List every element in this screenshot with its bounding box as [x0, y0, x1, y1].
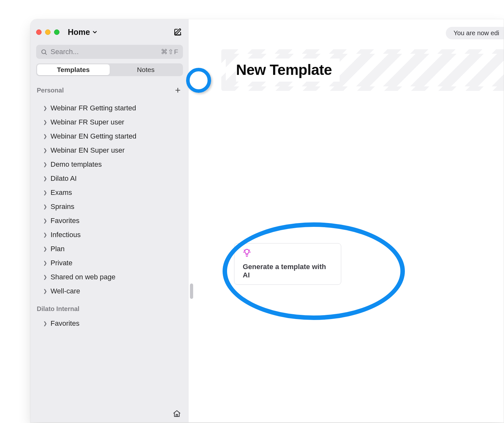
- sidebar-item-private[interactable]: ❯Private: [36, 256, 183, 270]
- sidebar-item-shared-on-web-page[interactable]: ❯Shared on web page: [36, 270, 183, 284]
- chevron-right-icon: ❯: [43, 218, 47, 224]
- window-controls: [36, 29, 59, 35]
- sidebar: Home Search... ⌘⇧F Templates: [30, 19, 189, 422]
- sidebar-item-label: Exams: [51, 188, 72, 197]
- chevron-right-icon: ❯: [43, 260, 47, 266]
- sidebar-item-label: Webinar EN Super user: [51, 146, 125, 155]
- sidebar-item-label: Demo templates: [51, 160, 102, 169]
- search-placeholder: Search...: [51, 48, 79, 56]
- add-template-button[interactable]: [173, 86, 182, 95]
- status-banner-text: You are now edi: [453, 29, 499, 36]
- chevron-right-icon: ❯: [43, 321, 47, 326]
- sidebar-item-exams[interactable]: ❯Exams: [36, 186, 183, 200]
- sidebar-item-label: Plan: [51, 245, 65, 253]
- sidebar-item-dilato-ai[interactable]: ❯Dilato AI: [36, 172, 183, 186]
- chevron-right-icon: ❯: [43, 190, 47, 196]
- svg-line-8: [249, 250, 250, 251]
- section-header-internal: Dilato Internal: [36, 305, 183, 313]
- chevron-right-icon: ❯: [43, 162, 47, 167]
- sidebar-item-label: Private: [51, 259, 72, 267]
- sidebar-item-webinar-en-getting-started[interactable]: ❯Webinar EN Getting started: [36, 129, 183, 143]
- chevron-right-icon: ❯: [43, 148, 47, 153]
- search-input[interactable]: Search... ⌘⇧F: [36, 45, 183, 59]
- ai-card-label: Generate a template with AI: [243, 263, 333, 279]
- close-window-button[interactable]: [36, 29, 42, 35]
- workspace-title: Home: [68, 28, 90, 37]
- chevron-down-icon: [92, 29, 98, 35]
- chevron-right-icon: ❯: [43, 232, 47, 238]
- sidebar-item-demo-templates[interactable]: ❯Demo templates: [36, 157, 183, 172]
- section-header-internal-label: Dilato Internal: [37, 305, 79, 313]
- sidebar-item-plan[interactable]: ❯Plan: [36, 242, 183, 256]
- sidebar-item-label: Webinar FR Super user: [51, 118, 124, 126]
- sidebar-item-label: Shared on web page: [51, 273, 115, 281]
- app-window: Home Search... ⌘⇧F Templates: [30, 19, 504, 422]
- scrollbar-thumb[interactable]: [190, 283, 193, 299]
- sidebar-item-favorites[interactable]: ❯Favorites: [36, 214, 183, 228]
- sidebar-item-label: Dilato AI: [51, 174, 77, 183]
- sidebar-item-label: Well-care: [51, 287, 80, 295]
- chevron-right-icon: ❯: [43, 105, 47, 111]
- tab-templates-label: Templates: [57, 66, 90, 74]
- sidebar-item-webinar-fr-super-user[interactable]: ❯Webinar FR Super user: [36, 115, 183, 129]
- chevron-right-icon: ❯: [43, 204, 47, 210]
- generate-with-ai-card[interactable]: Generate a template with AI: [234, 243, 341, 285]
- sidebar-item-webinar-fr-getting-started[interactable]: ❯Webinar FR Getting started: [36, 101, 183, 115]
- sidebar-item-infectious[interactable]: ❯Infectious: [36, 228, 183, 242]
- compose-button[interactable]: [173, 27, 183, 37]
- chevron-right-icon: ❯: [43, 119, 47, 125]
- home-button[interactable]: [171, 408, 182, 419]
- sidebar-item-label: Favorites: [51, 217, 79, 225]
- chevron-right-icon: ❯: [43, 274, 47, 280]
- personal-tree: ❯Webinar FR Getting started ❯Webinar FR …: [36, 101, 183, 298]
- chevron-right-icon: ❯: [43, 176, 47, 181]
- tab-templates[interactable]: Templates: [37, 64, 110, 75]
- editor-area: You are now edi New Template Generate a …: [189, 19, 504, 422]
- sidebar-item-label: Infectious: [51, 231, 81, 239]
- sidebar-item-label: Webinar FR Getting started: [51, 104, 136, 112]
- tab-notes-label: Notes: [137, 66, 154, 74]
- zoom-window-button[interactable]: [54, 29, 59, 35]
- plus-icon: [174, 87, 181, 94]
- sidebar-item-sprains[interactable]: ❯Sprains: [36, 200, 183, 214]
- lightbulb-icon: [243, 249, 333, 257]
- tab-notes[interactable]: Notes: [110, 64, 182, 75]
- chevron-right-icon: ❯: [43, 133, 47, 139]
- internal-tree: ❯Favorites: [36, 316, 183, 331]
- search-shortcut: ⌘⇧F: [161, 48, 178, 56]
- chevron-right-icon: ❯: [43, 288, 47, 294]
- titlebar: Home: [36, 24, 183, 40]
- sidebar-item-label: Sprains: [51, 203, 75, 211]
- view-segmented-control: Templates Notes: [36, 63, 183, 76]
- sidebar-item-well-care[interactable]: ❯Well-care: [36, 284, 183, 298]
- home-icon: [173, 410, 181, 418]
- svg-line-7: [244, 250, 245, 251]
- sidebar-item-internal-favorites[interactable]: ❯Favorites: [36, 316, 183, 331]
- sidebar-item-label: Webinar EN Getting started: [51, 132, 137, 140]
- chevron-right-icon: ❯: [43, 246, 47, 252]
- search-icon: [41, 49, 47, 55]
- title-strip: New Template: [221, 49, 504, 91]
- compose-icon: [174, 28, 182, 36]
- section-header-personal: Personal: [36, 86, 183, 95]
- section-header-personal-label: Personal: [37, 87, 64, 94]
- status-banner: You are now edi: [446, 27, 504, 39]
- minimize-window-button[interactable]: [45, 29, 51, 35]
- workspace-selector[interactable]: Home: [68, 28, 98, 37]
- page-title: New Template: [236, 61, 332, 78]
- svg-line-2: [45, 53, 47, 54]
- sidebar-item-label: Favorites: [51, 319, 79, 328]
- sidebar-item-webinar-en-super-user[interactable]: ❯Webinar EN Super user: [36, 143, 183, 157]
